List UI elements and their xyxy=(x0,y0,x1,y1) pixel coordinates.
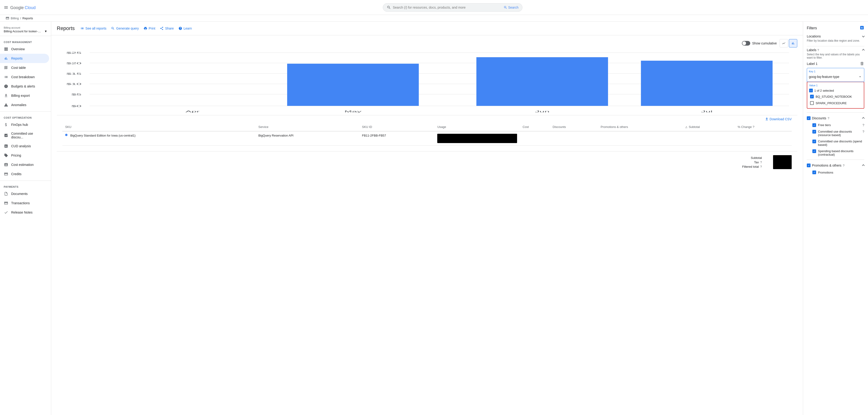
cud-icon xyxy=(4,144,8,149)
bar-chart: $25 $20 $15 $10 $5 $0 Apr xyxy=(57,50,797,116)
value-option-spark-procedure[interactable]: SPARK_PROCEDURE xyxy=(809,100,862,106)
download-csv-button[interactable]: Download CSV xyxy=(62,116,792,123)
sidebar-item-pricing[interactable]: Pricing xyxy=(0,151,49,160)
svg-text:$20: $20 xyxy=(66,62,82,65)
promotions-section: Promotions & others ? Promotions xyxy=(807,163,864,175)
sidebar-item-overview[interactable]: Overview xyxy=(0,44,49,54)
sidebar-item-billing-export[interactable]: Billing export xyxy=(0,91,49,100)
page-title: Reports xyxy=(57,25,75,31)
partial-checkbox-icon xyxy=(809,89,813,92)
toggle-track[interactable] xyxy=(742,41,750,45)
bar-chart-button[interactable] xyxy=(789,39,797,47)
app-logo[interactable]: Google Cloud xyxy=(4,4,38,11)
generate-query-button[interactable]: Generate query xyxy=(111,27,139,30)
key-select-control[interactable]: goog-bq-feature-type xyxy=(809,74,862,80)
menu-icon[interactable] xyxy=(4,5,8,10)
may-bar xyxy=(287,64,419,106)
labels-header[interactable]: Labels ? xyxy=(807,48,864,52)
bq-studio-checkbox xyxy=(810,95,814,98)
transactions-icon xyxy=(4,201,8,205)
jul-bar xyxy=(641,61,773,106)
topbar: Google Cloud Search xyxy=(0,0,868,15)
filters-panel: Filters Locations Filter by location dat… xyxy=(803,22,868,415)
col-cost: Cost xyxy=(520,123,550,131)
key-dropdown[interactable]: Key 1 goog-bq-feature-type xyxy=(807,68,864,82)
share-button[interactable]: Share xyxy=(160,27,174,30)
promotions-checkbox[interactable] xyxy=(812,170,816,174)
filtered-total-label: Filtered total ? xyxy=(742,165,762,168)
discounts-master-checkbox[interactable] xyxy=(807,116,810,120)
table-icon xyxy=(4,65,8,70)
table-section: Download CSV SKU Service SKU ID Usage Co… xyxy=(57,116,797,151)
free-tiers-help-icon[interactable]: ? xyxy=(862,123,864,127)
value-dropdown[interactable]: Value 1 1 of 2 selected BQ_STUDIO_NOTEBO… xyxy=(807,82,864,109)
cumulative-toggle[interactable]: Show cumulative xyxy=(742,41,777,45)
sidebar-item-documents[interactable]: Documents xyxy=(0,189,49,198)
svg-text:$0: $0 xyxy=(71,105,82,107)
chart-controls: Show cumulative xyxy=(57,39,797,47)
col-service: Service xyxy=(255,123,359,131)
print-button[interactable]: Print xyxy=(144,27,155,30)
col-promotions: Promotions & others xyxy=(598,123,682,131)
discounts-help-icon[interactable]: ? xyxy=(828,117,829,120)
sidebar-item-release-notes[interactable]: Release Notes xyxy=(0,208,49,217)
promotions-cell xyxy=(598,131,682,146)
committed-resource-checkbox[interactable] xyxy=(812,130,816,133)
labels-help-icon[interactable]: ? xyxy=(817,49,819,52)
filtered-total-help-icon[interactable]: ? xyxy=(760,165,762,168)
sidebar: Billing account Billing Account for look… xyxy=(0,22,51,415)
sidebar-item-budgets-alerts[interactable]: Budgets & alerts xyxy=(0,82,49,91)
committed-resource-help-icon[interactable]: ? xyxy=(862,130,864,133)
value-option-bq-studio[interactable]: BQ_STUDIO_NOTEBOOK xyxy=(809,93,862,100)
sidebar-item-reports[interactable]: Reports xyxy=(0,54,49,63)
committed-spend-checkbox[interactable] xyxy=(812,139,816,143)
delete-label-icon[interactable]: 🗑 xyxy=(860,61,864,66)
discount-item-committed-spend: Committed use discounts (spend based) xyxy=(807,138,864,148)
sidebar-item-finops-hub[interactable]: FinOps hub xyxy=(0,120,49,129)
col-change: % Change ? xyxy=(735,123,792,131)
cost-cell xyxy=(520,131,550,146)
filters-expand-icon[interactable] xyxy=(860,25,864,31)
discounts-header[interactable]: Discounts ? xyxy=(807,116,864,120)
line-chart-button[interactable] xyxy=(780,39,788,47)
sidebar-item-cost-table[interactable]: Cost table xyxy=(0,63,49,72)
sidebar-item-cost-estimation[interactable]: Cost estimation xyxy=(0,160,49,169)
sidebar-item-cost-breakdown[interactable]: Cost breakdown xyxy=(0,72,49,82)
reports-header: Reports See all reports Generate query xyxy=(51,22,803,35)
line-chart-icon xyxy=(782,41,786,45)
free-tiers-checkbox[interactable] xyxy=(812,123,816,127)
svg-text:May: May xyxy=(344,110,362,113)
svg-text:Jul: Jul xyxy=(701,110,713,113)
locations-header[interactable]: Locations xyxy=(807,34,864,38)
search-input[interactable] xyxy=(393,6,502,9)
see-all-reports-button[interactable]: See all reports xyxy=(80,27,106,30)
sidebar-item-committed-use[interactable]: Committed use discou... xyxy=(0,129,49,141)
promotions-chevron-icon xyxy=(862,164,865,167)
sku-dot xyxy=(65,134,67,136)
sidebar-item-credits[interactable]: Credits xyxy=(0,169,49,179)
promotions-help-icon[interactable]: ? xyxy=(843,164,844,167)
sidebar-item-cud-analysis[interactable]: CUD analysis xyxy=(0,141,49,151)
labels-chevron-icon xyxy=(862,49,865,52)
search-bar[interactable]: Search xyxy=(383,3,522,12)
promotions-header[interactable]: Promotions & others ? xyxy=(807,163,864,167)
learn-button[interactable]: Learn xyxy=(179,27,192,30)
account-selector[interactable]: Billing Account for looker-delive ▼ xyxy=(4,30,47,33)
tax-label: Tax ? xyxy=(742,161,762,164)
svg-text:Cloud: Cloud xyxy=(25,5,36,10)
sidebar-item-transactions[interactable]: Transactions xyxy=(0,198,49,208)
search-button[interactable]: Search xyxy=(503,6,519,9)
svg-text:$5: $5 xyxy=(71,93,82,96)
help-icon-change[interactable]: ? xyxy=(753,125,754,129)
sort-icon[interactable] xyxy=(685,125,688,129)
sidebar-item-anomalies[interactable]: Anomalies xyxy=(0,100,49,109)
credits-icon xyxy=(4,172,8,176)
subtotal-cell xyxy=(682,131,735,146)
tax-help-icon[interactable]: ? xyxy=(760,161,762,164)
spending-contractual-checkbox[interactable] xyxy=(812,149,816,153)
promotions-master-checkbox[interactable] xyxy=(807,163,810,167)
value-selected-summary[interactable]: 1 of 2 selected xyxy=(809,88,862,93)
summary-labels: Subtotal Tax ? Filtered total ? xyxy=(742,156,762,168)
pricing-icon xyxy=(4,153,8,158)
toggle-thumb xyxy=(742,41,746,45)
